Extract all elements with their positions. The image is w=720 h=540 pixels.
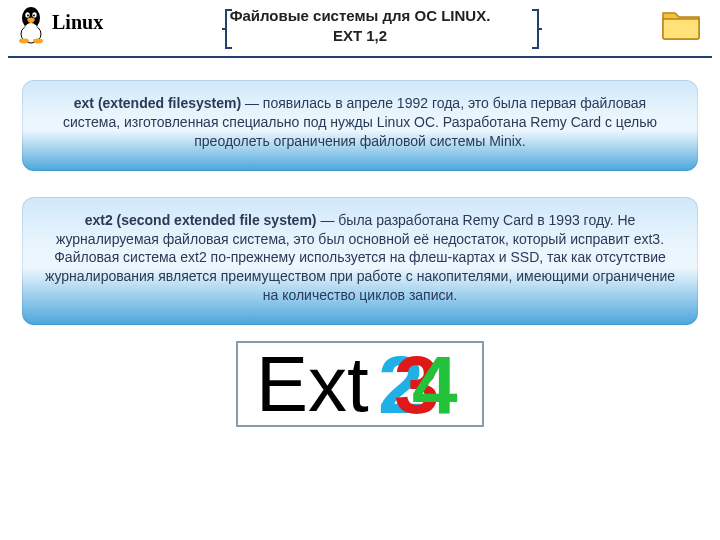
ext-info-panel: ext (extended filesystem) — появилась в … [22,80,698,171]
svg-point-8 [33,39,43,44]
slide-title: Файловые системы для ОС LINUX. EXT 1,2 [230,6,491,47]
bracket-right-icon [530,8,542,50]
svg-text:4: 4 [412,345,458,425]
tux-penguin-icon [14,4,48,44]
ext-logo-box: Ext 2 3 4 [236,341,484,427]
folder-icon [660,6,702,42]
svg-text:Ext: Ext [256,345,369,425]
ext-lead: ext (extended filesystem) [74,95,241,111]
slide-title-line1: Файловые системы для ОС LINUX. [230,6,491,26]
svg-point-2 [24,23,38,39]
ext2-info-panel: ext2 (second extended file system) — был… [22,197,698,325]
ext-logo-wrap: Ext 2 3 4 [0,341,720,431]
ext-logo-icon: Ext 2 3 4 [250,345,470,425]
header-divider [8,56,712,58]
svg-point-7 [19,39,29,44]
slide-title-line2: EXT 1,2 [230,26,491,46]
svg-point-5 [27,15,29,17]
ext2-lead: ext2 (second extended file system) [85,212,317,228]
slide-header: Linux Файловые системы для ОС LINUX. EXT… [0,0,720,58]
linux-label: Linux [52,11,103,34]
svg-point-6 [33,15,35,17]
